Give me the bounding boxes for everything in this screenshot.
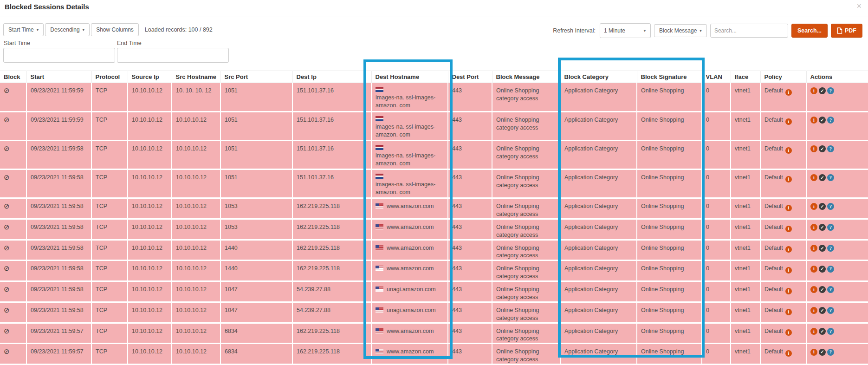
- sort-order-button[interactable]: Descending ▾: [45, 23, 90, 36]
- column-header-dest-hostname[interactable]: Dest Hostname: [371, 71, 448, 83]
- cell-block: ⊘: [0, 219, 26, 240]
- check-action-icon[interactable]: ✓: [819, 203, 826, 210]
- info-action-icon[interactable]: i: [810, 224, 817, 231]
- search-button[interactable]: Search...: [791, 24, 828, 38]
- question-action-icon[interactable]: ?: [827, 224, 834, 231]
- question-action-icon[interactable]: ?: [827, 117, 834, 124]
- column-header-iface[interactable]: Iface: [731, 71, 760, 83]
- table-row[interactable]: ⊘09/23/2021 11:59:58TCP10.10.10.1210.10.…: [0, 281, 868, 302]
- policy-info-icon[interactable]: i: [785, 267, 792, 274]
- policy-info-icon[interactable]: i: [785, 118, 792, 125]
- column-header-vlan[interactable]: VLAN: [702, 71, 731, 83]
- cell-iface: vtnet1: [731, 219, 760, 240]
- column-header-src-hostname[interactable]: Src Hostname: [172, 71, 220, 83]
- table-row[interactable]: ⊘09/23/2021 11:59:58TCP10.10.10.1210.10.…: [0, 240, 868, 261]
- column-header-actions[interactable]: Actions: [806, 71, 868, 83]
- search-field-button[interactable]: Block Message ▾: [654, 24, 707, 37]
- column-header-block-message[interactable]: Block Message: [492, 71, 560, 83]
- policy-info-icon[interactable]: i: [785, 89, 792, 96]
- info-action-icon[interactable]: i: [810, 117, 817, 124]
- cell-dest-ip: 162.219.225.118: [292, 261, 371, 281]
- check-action-icon[interactable]: ✓: [819, 87, 826, 94]
- info-action-icon[interactable]: i: [810, 87, 817, 94]
- question-action-icon[interactable]: ?: [827, 307, 834, 314]
- cell-actions: i✓?: [806, 83, 868, 112]
- pdf-button[interactable]: PDF: [831, 24, 862, 38]
- check-action-icon[interactable]: ✓: [819, 245, 826, 252]
- cell-protocol: TCP: [91, 169, 128, 198]
- column-header-start[interactable]: Start: [26, 71, 91, 83]
- info-action-icon[interactable]: i: [810, 203, 817, 210]
- us-flag-icon: [376, 307, 383, 313]
- sort-field-button[interactable]: Start Time ▾: [3, 23, 44, 36]
- question-action-icon[interactable]: ?: [827, 266, 834, 273]
- question-action-icon[interactable]: ?: [827, 245, 834, 252]
- cell-src-hostname: 10.10.10.12: [172, 344, 220, 365]
- cell-iface: vtnet1: [731, 323, 760, 344]
- table-row[interactable]: ⊘09/23/2021 11:59:58TCP10.10.10.1210.10.…: [0, 169, 868, 198]
- table-row[interactable]: ⊘09/23/2021 11:59:58TCP10.10.10.1210.10.…: [0, 198, 868, 219]
- question-action-icon[interactable]: ?: [827, 174, 834, 181]
- column-header-protocol[interactable]: Protocol: [91, 71, 128, 83]
- cell-source-ip: 10.10.10.12: [128, 83, 172, 112]
- check-action-icon[interactable]: ✓: [819, 349, 826, 356]
- info-action-icon[interactable]: i: [810, 266, 817, 273]
- cell-actions: i✓?: [806, 198, 868, 219]
- info-action-icon[interactable]: i: [810, 328, 817, 335]
- table-row[interactable]: ⊘09/23/2021 11:59:58TCP10.10.10.1210.10.…: [0, 261, 868, 281]
- question-action-icon[interactable]: ?: [827, 203, 834, 210]
- close-icon[interactable]: ×: [856, 2, 862, 10]
- policy-info-icon[interactable]: i: [785, 226, 792, 232]
- info-action-icon[interactable]: i: [810, 286, 817, 293]
- end-time-input[interactable]: [117, 48, 229, 63]
- table-row[interactable]: ⊘09/23/2021 11:59:59TCP10.10.10.1210. 10…: [0, 83, 868, 112]
- cell-src-hostname: 10.10.10.12: [172, 198, 220, 219]
- question-action-icon[interactable]: ?: [827, 87, 834, 94]
- policy-info-icon[interactable]: i: [785, 176, 792, 182]
- info-action-icon[interactable]: i: [810, 145, 817, 152]
- column-header-dest-port[interactable]: Dest Port: [448, 71, 492, 83]
- info-action-icon[interactable]: i: [810, 307, 817, 314]
- column-header-source-ip[interactable]: Source Ip: [128, 71, 172, 83]
- policy-info-icon[interactable]: i: [785, 147, 792, 154]
- info-action-icon[interactable]: i: [810, 245, 817, 252]
- check-action-icon[interactable]: ✓: [819, 145, 826, 152]
- dest-hostname-text: www.amazon.com: [387, 245, 434, 251]
- show-columns-button[interactable]: Show Columns: [91, 23, 139, 36]
- column-header-block-category[interactable]: Block Category: [560, 71, 637, 83]
- table-row[interactable]: ⊘09/23/2021 11:59:58TCP10.10.10.1210.10.…: [0, 302, 868, 323]
- table-row[interactable]: ⊘09/23/2021 11:59:58TCP10.10.10.1210.10.…: [0, 141, 868, 169]
- column-header-src-port[interactable]: Src Port: [220, 71, 292, 83]
- check-action-icon[interactable]: ✓: [819, 224, 826, 231]
- refresh-interval-select[interactable]: 1 Minute ▼: [600, 23, 651, 38]
- policy-info-icon[interactable]: i: [785, 205, 792, 211]
- policy-info-icon[interactable]: i: [785, 350, 792, 357]
- check-action-icon[interactable]: ✓: [819, 117, 826, 124]
- table-row[interactable]: ⊘09/23/2021 11:59:59TCP10.10.10.1210.10.…: [0, 112, 868, 141]
- question-action-icon[interactable]: ?: [827, 145, 834, 152]
- info-action-icon[interactable]: i: [810, 349, 817, 356]
- question-action-icon[interactable]: ?: [827, 349, 834, 356]
- column-header-dest-ip[interactable]: Dest Ip: [292, 71, 371, 83]
- search-input[interactable]: [710, 24, 788, 38]
- check-action-icon[interactable]: ✓: [819, 307, 826, 314]
- cell-src-port: 6834: [220, 344, 292, 365]
- column-header-block-signature[interactable]: Block Signature: [637, 71, 702, 83]
- check-action-icon[interactable]: ✓: [819, 174, 826, 181]
- column-header-block[interactable]: Block: [0, 71, 26, 83]
- question-action-icon[interactable]: ?: [827, 328, 834, 335]
- check-action-icon[interactable]: ✓: [819, 266, 826, 273]
- check-action-icon[interactable]: ✓: [819, 286, 826, 293]
- start-time-input[interactable]: [3, 48, 115, 63]
- table-row[interactable]: ⊘09/23/2021 11:59:58TCP10.10.10.1210.10.…: [0, 219, 868, 240]
- policy-info-icon[interactable]: i: [785, 309, 792, 315]
- table-row[interactable]: ⊘09/23/2021 11:59:57TCP10.10.10.1210.10.…: [0, 323, 868, 344]
- policy-info-icon[interactable]: i: [785, 288, 792, 294]
- table-row[interactable]: ⊘09/23/2021 11:59:57TCP10.10.10.1210.10.…: [0, 344, 868, 365]
- column-header-policy[interactable]: Policy: [760, 71, 806, 83]
- info-action-icon[interactable]: i: [810, 174, 817, 181]
- check-action-icon[interactable]: ✓: [819, 328, 826, 335]
- policy-info-icon[interactable]: i: [785, 329, 792, 336]
- question-action-icon[interactable]: ?: [827, 286, 834, 293]
- policy-info-icon[interactable]: i: [785, 246, 792, 253]
